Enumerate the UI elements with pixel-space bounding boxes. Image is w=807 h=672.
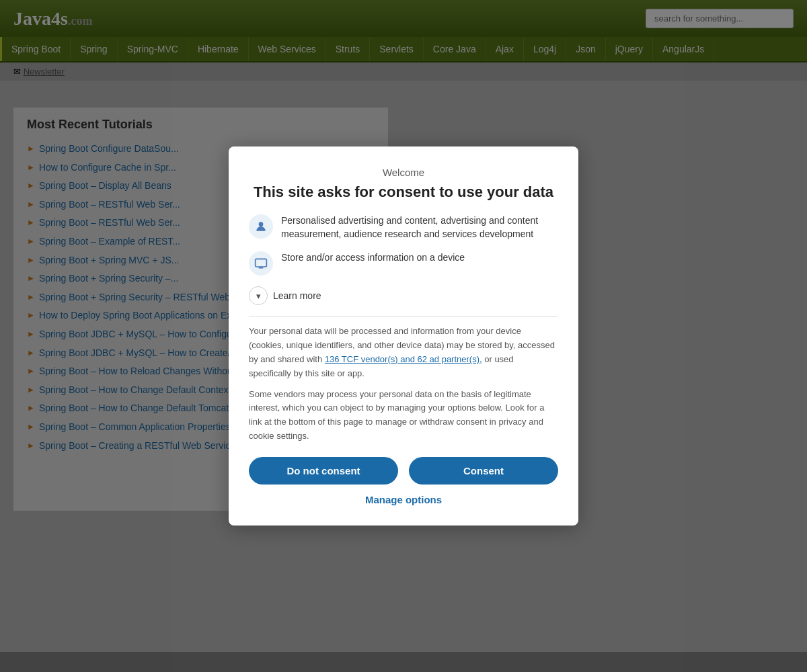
- personalised-icon: [249, 214, 273, 239]
- modal-body-text2: Some vendors may process your personal d…: [249, 388, 558, 444]
- modal-body-text: Your personal data will be processed and…: [249, 325, 558, 380]
- svg-rect-1: [256, 259, 267, 267]
- modal-divider: [249, 316, 558, 317]
- modal-link[interactable]: 136 TCF vendor(s) and 62 ad partner(s),: [325, 354, 482, 364]
- consent-button[interactable]: Consent: [409, 457, 558, 485]
- do-not-consent-button[interactable]: Do not consent: [249, 457, 398, 485]
- consent-item-personalised: Personalised advertising and content, ad…: [249, 214, 558, 241]
- learn-more-button[interactable]: ▾: [249, 286, 268, 305]
- learn-more-row: ▾ Learn more: [249, 286, 558, 305]
- modal-overlay[interactable]: Welcome This site asks for consent to us…: [0, 0, 807, 672]
- svg-point-0: [259, 222, 264, 227]
- modal-welcome: Welcome: [249, 167, 558, 178]
- store-icon: [249, 251, 273, 276]
- modal: Welcome This site asks for consent to us…: [229, 146, 578, 526]
- consent-text-personalised: Personalised advertising and content, ad…: [281, 214, 558, 241]
- consent-item-store: Store and/or access information on a dev…: [249, 251, 558, 276]
- modal-title: This site asks for consent to use your d…: [249, 183, 558, 201]
- manage-options-link[interactable]: Manage options: [249, 494, 558, 505]
- consent-text-store: Store and/or access information on a dev…: [281, 251, 465, 265]
- learn-more-label: Learn more: [273, 290, 321, 301]
- modal-buttons: Do not consent Consent: [249, 457, 558, 485]
